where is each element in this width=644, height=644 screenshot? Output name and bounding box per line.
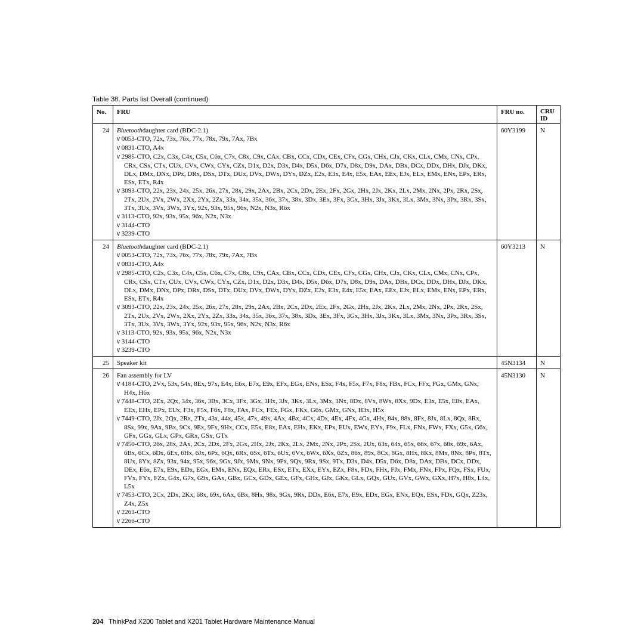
bullet-item: 7449-CTO, 2Jx, 2Qx, 2Rx, 2Tx, 43x, 44x, … [117, 414, 493, 439]
cell-no: 25 [93, 357, 113, 369]
bullet-item: 3239-CTO [117, 345, 493, 354]
footer-title: ThinkPad X200 Tablet and X201 Tablet Har… [109, 618, 315, 625]
bullet-item: 3093-CTO, 22x, 23x, 24x, 25x, 26x, 27x, … [117, 302, 493, 328]
table-caption: Table 38. Parts list Overall (continued) [92, 95, 561, 103]
table-row: 26Fan assembly for LV4184-CTO, 2Vx, 53x,… [93, 369, 561, 527]
page-footer: 204 ThinkPad X200 Tablet and X201 Tablet… [92, 618, 315, 625]
bullet-item: 4184-CTO, 2Vx, 53x, 54x, 8Ex, 97x, E4x, … [117, 379, 493, 397]
table-row: 24Bluetoothdaughter card (BDC-2.1)0053-C… [93, 240, 561, 357]
bullet-item: 0831-CTO, A4x [117, 143, 493, 152]
cell-fruno: 60Y3213 [497, 240, 537, 357]
header-fruno: FRU no. [497, 106, 537, 124]
bullet-item: 2263-CTO [117, 507, 493, 516]
cell-fru: Bluetoothdaughter card (BDC-2.1)0053-CTO… [113, 124, 497, 240]
cell-cru: N [537, 124, 561, 240]
bullet-item: 3144-CTO [117, 337, 493, 346]
bullet-item: 3113-CTO, 92x, 93x, 95x, 96x, N2x, N3x [117, 212, 493, 221]
parts-table: No. FRU FRU no. CRUID 24Bluetoothdaughte… [92, 105, 561, 528]
bullet-item: 3239-CTO [117, 229, 493, 238]
page-number: 204 [92, 618, 103, 625]
cell-cru: N [537, 357, 561, 369]
table-row: 25Speaker kit45N3134N [93, 357, 561, 369]
cell-fru: Fan assembly for LV4184-CTO, 2Vx, 53x, 5… [113, 369, 497, 527]
bullet-item: 0053-CTO, 72x, 73x, 76x, 77x, 78x, 79x, … [117, 134, 493, 143]
cell-no: 26 [93, 369, 113, 527]
bullet-item: 2985-CTO, C2x, C3x, C4x, C5x, C6x, C7x, … [117, 152, 493, 186]
table-row: 24Bluetoothdaughter card (BDC-2.1)0053-C… [93, 124, 561, 240]
cell-fru: Bluetoothdaughter card (BDC-2.1)0053-CTO… [113, 240, 497, 357]
cell-no: 24 [93, 124, 113, 240]
bullet-item: 0053-CTO, 72x, 73x, 76x, 77x, 78x, 79x, … [117, 250, 493, 259]
cell-cru: N [537, 240, 561, 357]
bullet-item: 3093-CTO, 22x, 23x, 24x, 25x, 26x, 27x, … [117, 186, 493, 212]
header-fru: FRU [113, 106, 497, 124]
bullet-item: 7450-CTO, 26x, 28x, 2Ax, 2Cx, 2Dx, 2Fx, … [117, 439, 493, 490]
bullet-item: 2985-CTO, C2x, C3x, C4x, C5x, C6x, C7x, … [117, 268, 493, 302]
cell-fruno: 45N3134 [497, 357, 537, 369]
bullet-item: 2266-CTO [117, 516, 493, 525]
cell-no: 24 [93, 240, 113, 357]
bullet-item: 3144-CTO [117, 221, 493, 230]
cell-cru: N [537, 369, 561, 527]
bullet-item: 3113-CTO, 92x, 93x, 95x, 96x, N2x, N3x [117, 328, 493, 337]
bullet-item: 7453-CTO, 2Cx, 2Dx, 2Kx, 68x, 69x, 6Ax, … [117, 490, 493, 507]
bullet-item: 7448-CTO, 2Ex, 2Qx, 34x, 36x, 3Bx, 3Cx, … [117, 397, 493, 414]
header-cru: CRUID [537, 106, 561, 124]
bullet-item: 0831-CTO, A4x [117, 259, 493, 268]
cell-fruno: 45N3130 [497, 369, 537, 527]
cell-fru: Speaker kit [113, 357, 497, 369]
header-no: No. [93, 106, 113, 124]
cell-fruno: 60Y3199 [497, 124, 537, 240]
